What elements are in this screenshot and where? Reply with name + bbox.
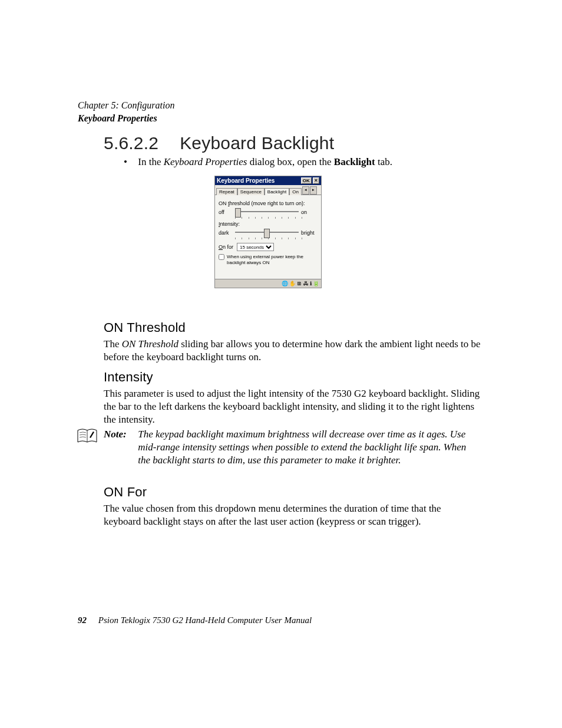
tab-backlight[interactable]: Backlight [265, 188, 289, 195]
threshold-slider[interactable] [235, 209, 299, 216]
tab-sequence[interactable]: Sequence [237, 188, 265, 195]
tab-scroll-right[interactable]: ▸ [310, 186, 317, 195]
note-label: Note: [104, 428, 135, 441]
keyboard-properties-dialog: Keyboard Properties OK × Repeat Sequence… [214, 176, 322, 288]
onfor-row: On for 15 seconds [219, 243, 318, 251]
threshold-slider-thumb[interactable] [235, 208, 241, 218]
external-power-label: When using external power keep the backl… [227, 254, 318, 266]
ok-button[interactable]: OK [301, 177, 312, 184]
threshold-ticks [235, 217, 302, 219]
note-block: Note: The keypad backlight maximum brigh… [104, 428, 481, 467]
bullet-line: • In the Keyboard Properties dialog box,… [124, 156, 392, 168]
intensity-slider-row: dark bright [219, 229, 318, 236]
on-threshold-body: The ON Threshold sliding bar allows you … [104, 338, 481, 364]
external-power-row: When using external power keep the backl… [219, 254, 318, 266]
on-for-body: The value chosen from this dropdown menu… [104, 502, 481, 528]
page-number: 92 [78, 615, 87, 625]
threshold-on-label: on [301, 209, 318, 215]
bullet-icon: • [124, 156, 135, 168]
threshold-off-label: off [219, 209, 233, 215]
on-for-heading: ON For [104, 485, 147, 500]
tray-net-icon[interactable]: 🖧 [303, 281, 309, 286]
intensity-label: Intensity: [219, 221, 318, 227]
tab-partial[interactable]: On [289, 188, 302, 195]
bullet-text: In the Keyboard Properties dialog box, o… [138, 156, 392, 167]
note-book-icon [77, 428, 98, 446]
onfor-select[interactable]: 15 seconds [237, 243, 274, 251]
threshold-label: ON threshold (move right to turn on): [219, 200, 318, 206]
intensity-slider[interactable] [235, 229, 299, 236]
tray-info-icon[interactable]: ℹ [310, 281, 312, 286]
section-number: 5.6.2.2 [104, 133, 158, 153]
tab-strip: Repeat Sequence Backlight On ◂ ▸ [215, 185, 321, 195]
page-header: Chapter 5: Configuration Keyboard Proper… [78, 99, 174, 125]
note-body: The keypad backlight maximum brightness … [138, 428, 480, 467]
intensity-bright-label: bright [301, 230, 318, 236]
dialog-titlebar: Keyboard Properties OK × [215, 176, 321, 185]
chapter-label: Chapter 5: Configuration [78, 99, 174, 112]
section-title-text: Keyboard Backlight [180, 133, 334, 153]
onfor-label: On for [219, 244, 233, 250]
intensity-heading: Intensity [104, 370, 153, 385]
page-footer: 92 Psion Teklogix 7530 G2 Hand-Held Comp… [78, 615, 312, 625]
book-title: Psion Teklogix 7530 G2 Hand-Held Compute… [98, 615, 312, 625]
tab-scroll-left[interactable]: ◂ [302, 186, 309, 195]
section-heading: 5.6.2.2Keyboard Backlight [104, 133, 334, 153]
tray-doc-icon[interactable]: 🗎 [297, 281, 302, 286]
intensity-slider-thumb[interactable] [264, 229, 270, 238]
intensity-body: This parameter is used to adjust the lig… [104, 387, 481, 426]
system-tray: 🌐 ✋ 🗎 🖧 ℹ 🔋 [215, 279, 321, 288]
dialog-title: Keyboard Properties [217, 177, 300, 184]
on-threshold-heading: ON Threshold [104, 320, 186, 335]
tab-repeat[interactable]: Repeat [216, 188, 237, 195]
threshold-slider-row: off on [219, 209, 318, 216]
section-label: Keyboard Properties [78, 112, 174, 125]
tray-battery-icon[interactable]: 🔋 [313, 281, 319, 286]
intensity-dark-label: dark [219, 230, 233, 236]
dialog-panel: ON threshold (move right to turn on): of… [215, 195, 321, 269]
external-power-checkbox[interactable] [219, 254, 224, 260]
tray-globe-icon[interactable]: 🌐 [282, 281, 288, 286]
close-button[interactable]: × [313, 177, 319, 184]
tray-hand-icon[interactable]: ✋ [289, 281, 296, 286]
